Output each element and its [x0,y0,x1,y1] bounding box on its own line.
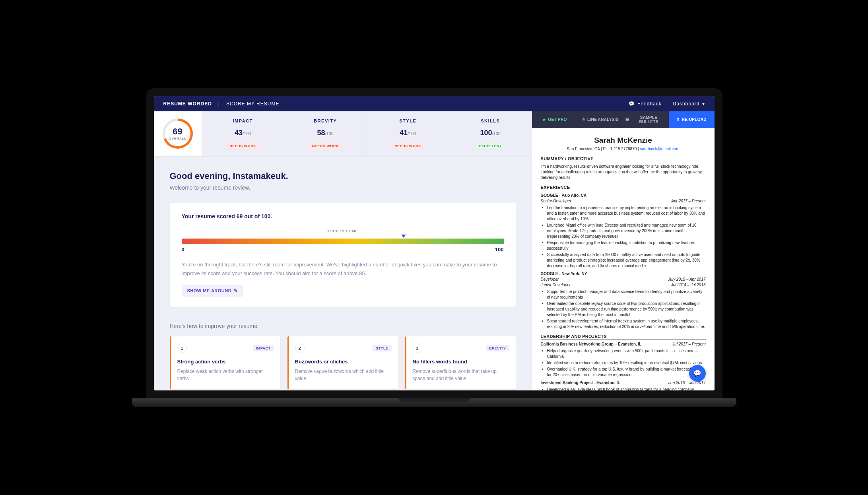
wand-icon: ✎ [234,288,238,293]
help-chat-button[interactable]: 💬 [689,365,706,382]
overall-score-value: 69 [169,126,186,137]
resume-bullet-list: Supported the product manager and data s… [541,289,706,330]
resume-bullet-list: Led the transition to a paperless practi… [541,205,706,269]
tip-number: 2 [295,344,305,353]
tip-number: 1 [177,344,187,353]
overall-score-box[interactable]: 69 OVERALL [154,111,202,156]
status-badge: NEEDS WORK [309,143,342,149]
resume-bullet-list: Developed a sell-side ideas pitch book o… [541,387,706,390]
gauge-pointer-icon [401,235,406,238]
status-badge: EXCELLENT [476,143,505,149]
welcome-text: Welcome to your resume review. [170,184,516,191]
right-tab-bar: ★ GET PRO ≛ LINE ANALYSIS ☰ SAMPLE BULLE… [532,111,715,128]
tip-title: Buzzwords or cliches [295,359,392,365]
tip-tag: STYLE [373,345,392,351]
tip-title: Strong action verbs [177,359,274,365]
page-title: SCORE MY RESUME [226,101,279,107]
resume-section-heading: LEADERSHIP AND PROJECTS [541,334,706,340]
chat-icon: 💬 [629,101,635,107]
show-me-around-button[interactable]: SHOW ME AROUND ✎ [182,285,243,297]
chat-bubble-icon: 💬 [693,369,701,377]
tip-desc: Remove vague buzzwords which add little … [295,368,392,382]
tip-card[interactable]: 3 BREVITY No fillers words found Remove … [405,336,516,389]
tab-re-upload[interactable]: ⇧ RE-UPLOAD [669,111,715,128]
dashboard-label: Dashboard [673,101,700,107]
status-badge: NEEDS WORK [391,143,424,149]
card-title: Your resume scored 69 out of 100. [182,213,504,219]
card-description: You're on the right track, but there's s… [182,260,504,278]
top-navbar: RESUME WORDED | SCORE MY RESUME 💬 Feedba… [154,96,715,111]
metric-style[interactable]: STYLE 41/100 NEEDS WORK [367,111,449,156]
upload-icon: ⇧ [676,117,680,122]
tip-number: 3 [413,344,422,353]
tab-sample-bullets[interactable]: ☰ SAMPLE BULLETS [623,111,669,128]
analysis-icon: ≛ [582,117,585,122]
tips-row: 1 IMPACT Strong action verbs Replace wea… [170,336,516,389]
overall-score-label: OVERALL [169,137,186,140]
metric-brevity[interactable]: BREVITY 58/100 NEEDS WORK [284,111,367,156]
chevron-down-icon: ▾ [702,101,705,107]
tip-tag: IMPACT [253,345,274,351]
tab-line-analysis[interactable]: ≛ LINE ANALYSIS [577,111,623,128]
tip-desc: Remove superfluous words that take up sp… [413,368,509,382]
tip-card[interactable]: 1 IMPACT Strong action verbs Replace wea… [170,336,280,389]
tip-desc: Replace weak action verbs with stronger … [177,368,274,382]
divider: | [218,101,220,107]
resume-contact: San Francsico, CA | P: +1 215 2778870 | … [541,146,706,152]
status-badge: NEEDS WORK [226,143,259,149]
resume-section-heading: SUMMARY / OBJECTIVE [541,156,706,162]
resume-name: Sarah McKenzie [541,135,706,146]
tip-title: No fillers words found [413,359,509,365]
dashboard-menu[interactable]: Dashboard ▾ [673,101,705,107]
tip-card[interactable]: 2 STYLE Buzzwords or cliches Remove vagu… [287,336,398,389]
improve-heading: Here's how to improve your resume. [170,323,516,329]
score-card: Your resume scored 69 out of 100. YOUR R… [170,203,516,307]
resume-section-heading: EXPERIENCE [541,184,706,191]
feedback-label: Feedback [637,101,662,107]
metric-skills[interactable]: SKILLS 100/100 EXCELLENT [449,111,532,156]
tab-get-pro[interactable]: ★ GET PRO [532,111,578,128]
list-icon: ☰ [625,117,629,122]
metric-impact[interactable]: IMPACT 43/100 NEEDS WORK [202,111,284,156]
score-circle: 69 OVERALL [163,118,193,149]
resume-preview[interactable]: Sarah McKenzie San Francsico, CA | P: +1… [532,128,715,390]
resume-email-link[interactable]: sarahmck@gmail.com [640,147,679,151]
feedback-link[interactable]: 💬 Feedback [629,101,662,107]
gauge-bar [182,239,504,244]
score-gauge: YOUR RESUME 0 100 [182,229,504,252]
brand-logo[interactable]: RESUME WORDED [163,101,212,107]
left-panel: 69 OVERALL IMPACT 43/100 NEEDS WORK BREV… [154,111,532,390]
score-summary-bar: 69 OVERALL IMPACT 43/100 NEEDS WORK BREV… [154,111,532,157]
resume-bullet-list: Helped organize quarterly networking eve… [541,348,706,378]
star-icon: ★ [542,117,546,122]
tip-tag: BREVITY [486,345,509,351]
right-panel: ★ GET PRO ≛ LINE ANALYSIS ☰ SAMPLE BULLE… [532,111,715,390]
greeting-heading: Good evening, Instamakeuk. [170,171,516,181]
